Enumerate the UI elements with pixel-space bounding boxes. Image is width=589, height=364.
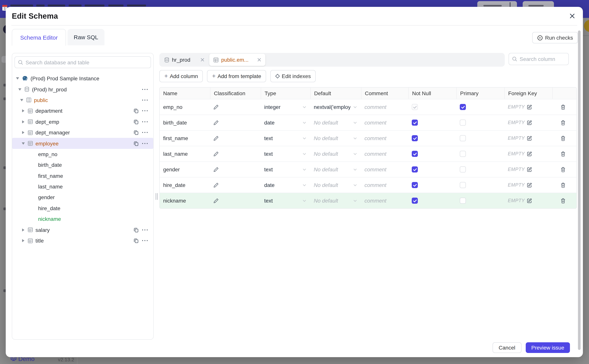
comment-input[interactable]: comment: [364, 182, 386, 188]
tree-item-emp-no[interactable]: emp_no: [12, 149, 153, 160]
delete-column-icon[interactable]: [560, 198, 566, 203]
copy-icon[interactable]: [134, 108, 139, 114]
classification-edit-icon[interactable]: [214, 198, 219, 203]
not-null-checkbox[interactable]: [412, 166, 418, 172]
column-search-input[interactable]: [509, 53, 569, 65]
chevron-right-icon[interactable]: [21, 228, 26, 231]
more-actions-icon[interactable]: ···: [142, 120, 149, 124]
type-select[interactable]: text: [261, 146, 310, 162]
copy-icon[interactable]: [134, 227, 139, 233]
default-select[interactable]: No default: [310, 177, 361, 193]
add-from-template-button[interactable]: + Add from template: [207, 70, 266, 82]
copy-icon[interactable]: [134, 141, 139, 146]
not-null-checkbox[interactable]: [412, 182, 418, 188]
edit-indexes-button[interactable]: Edit indexes: [270, 70, 316, 82]
column-name[interactable]: gender: [163, 166, 180, 172]
delete-column-icon[interactable]: [560, 182, 566, 188]
tree-item-first-name[interactable]: first_name: [12, 170, 153, 181]
tree-item-public[interactable]: public···: [12, 95, 153, 106]
edit-foreign-key-icon[interactable]: [527, 104, 532, 110]
more-actions-icon[interactable]: ···: [142, 239, 149, 242]
tree-search-input[interactable]: [14, 56, 151, 68]
copy-icon[interactable]: [134, 238, 139, 243]
modal-scrollbar[interactable]: [578, 31, 581, 350]
chevron-right-icon[interactable]: [21, 110, 26, 112]
delete-column-icon[interactable]: [560, 120, 566, 125]
primary-checkbox[interactable]: [460, 135, 466, 141]
default-select[interactable]: nextval('employ: [310, 99, 361, 115]
copy-icon[interactable]: [134, 130, 139, 135]
delete-column-icon[interactable]: [560, 151, 566, 157]
tree-item-hire-date[interactable]: hire_date: [12, 203, 153, 214]
tree-item-last-name[interactable]: last_name: [12, 181, 153, 192]
not-null-checkbox[interactable]: [412, 198, 418, 204]
comment-input[interactable]: comment: [364, 104, 386, 110]
column-name[interactable]: last_name: [163, 151, 188, 157]
chevron-right-icon[interactable]: [21, 239, 26, 242]
tree-item-dept-manager[interactable]: dept_manager···: [12, 127, 153, 138]
not-null-checkbox[interactable]: [412, 135, 418, 141]
type-select[interactable]: date: [261, 115, 310, 130]
tree-item-gender[interactable]: gender: [12, 192, 153, 203]
chevron-down-icon[interactable]: [15, 77, 20, 80]
tree-item-nickname[interactable]: nickname: [12, 214, 153, 224]
chevron-down-icon[interactable]: [18, 88, 22, 91]
tree-item-employee[interactable]: employee···: [12, 138, 153, 149]
chevron-right-icon[interactable]: [21, 120, 26, 123]
more-actions-icon[interactable]: ···: [142, 142, 149, 145]
chevron-right-icon[interactable]: [21, 131, 26, 134]
add-column-button[interactable]: + Add column: [159, 70, 203, 82]
more-actions-icon[interactable]: ···: [142, 228, 149, 232]
edit-foreign-key-icon[interactable]: [527, 151, 532, 156]
column-name[interactable]: hire_date: [163, 182, 186, 188]
tab-raw-sql[interactable]: Raw SQL: [68, 29, 104, 45]
edit-foreign-key-icon[interactable]: [527, 136, 532, 141]
comment-input[interactable]: comment: [364, 135, 386, 141]
type-select[interactable]: text: [261, 130, 310, 146]
close-tab-icon[interactable]: [257, 58, 261, 62]
default-select[interactable]: No default: [310, 193, 361, 208]
classification-edit-icon[interactable]: [214, 104, 219, 110]
comment-input[interactable]: comment: [364, 151, 386, 157]
run-checks-button[interactable]: Run checks: [532, 32, 578, 43]
default-select[interactable]: No default: [310, 162, 361, 177]
comment-input[interactable]: comment: [364, 198, 386, 204]
tab-chip-public-employee[interactable]: public.em...: [209, 54, 265, 66]
more-actions-icon[interactable]: ···: [142, 130, 149, 134]
default-select[interactable]: No default: [310, 115, 361, 130]
primary-checkbox[interactable]: [460, 166, 466, 172]
edit-foreign-key-icon[interactable]: [527, 198, 532, 203]
column-name[interactable]: nickname: [163, 198, 186, 204]
close-tab-icon[interactable]: [200, 58, 205, 62]
copy-icon[interactable]: [134, 119, 139, 124]
classification-edit-icon[interactable]: [214, 151, 219, 156]
primary-checkbox[interactable]: [460, 151, 466, 157]
column-name[interactable]: emp_no: [163, 104, 182, 110]
tree-item-salary[interactable]: salary···: [12, 224, 153, 235]
column-name[interactable]: first_name: [163, 135, 188, 141]
not-null-checkbox[interactable]: [412, 151, 418, 157]
column-name[interactable]: birth_date: [163, 120, 187, 126]
tree-item-department[interactable]: department···: [12, 105, 153, 116]
default-select[interactable]: No default: [310, 146, 361, 162]
primary-checkbox[interactable]: [460, 120, 466, 126]
chevron-down-icon[interactable]: [21, 142, 26, 144]
type-select[interactable]: text: [261, 193, 310, 208]
delete-column-icon[interactable]: [560, 104, 566, 110]
more-actions-icon[interactable]: ···: [142, 109, 149, 113]
tree-item-title[interactable]: title···: [12, 235, 153, 246]
tab-schema-editor[interactable]: Schema Editor: [12, 29, 66, 46]
delete-column-icon[interactable]: [560, 167, 566, 172]
primary-checkbox[interactable]: [460, 104, 466, 110]
type-select[interactable]: text: [261, 162, 310, 177]
default-select[interactable]: No default: [310, 130, 361, 146]
not-null-checkbox[interactable]: [412, 120, 418, 126]
tree-item-birth-date[interactable]: birth_date: [12, 160, 153, 170]
classification-edit-icon[interactable]: [214, 136, 219, 141]
classification-edit-icon[interactable]: [214, 120, 219, 125]
cancel-button[interactable]: Cancel: [493, 342, 521, 353]
tree-item-dept-emp[interactable]: dept_emp···: [12, 116, 153, 127]
type-select[interactable]: integer: [261, 99, 310, 115]
edit-foreign-key-icon[interactable]: [527, 167, 532, 172]
primary-checkbox[interactable]: [460, 182, 466, 188]
